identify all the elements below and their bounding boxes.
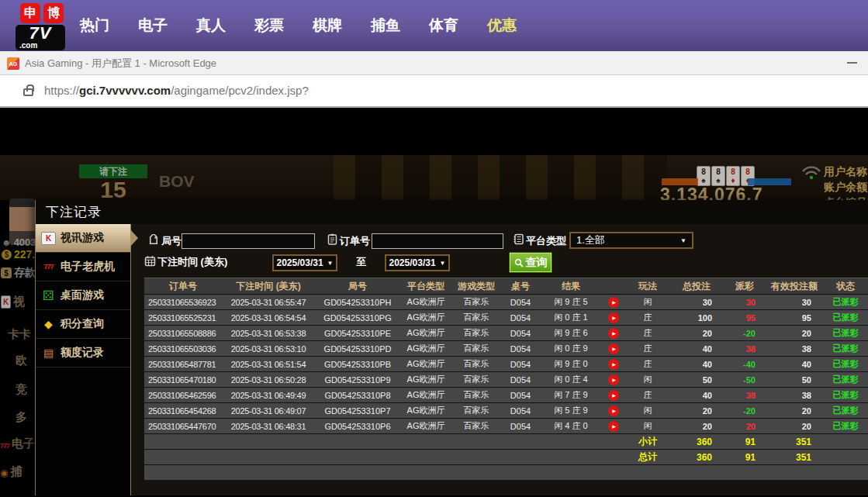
cell-order-no: 250331065447670 (144, 419, 222, 434)
screen: 申 博 7V .com 热门电子真人彩票棋牌捕鱼体育优惠 AG Asia Gam… (0, 0, 868, 497)
bet-record-row: 250331065508886 2025-03-31 06:53:38 GD05… (144, 326, 868, 341)
cell-game-type: 百家乐 (451, 357, 501, 372)
nav-item[interactable]: 捕鱼 (371, 16, 400, 36)
lock-icon[interactable] (23, 88, 33, 96)
play-video-icon[interactable] (608, 421, 619, 432)
cell-bet-time: 2025-03-31 06:53:38 (222, 326, 315, 341)
play-video-icon[interactable] (608, 406, 619, 416)
deposit-icon (1, 267, 12, 278)
play-video-icon[interactable] (608, 328, 619, 339)
nav-item[interactable]: 电子 (138, 16, 168, 36)
cell-platform: AG欧洲厅 (400, 388, 451, 403)
cell-total-bet: 20 (670, 419, 723, 434)
coin-icon (2, 250, 12, 260)
cell-status: 已派彩 (822, 388, 868, 403)
table-header-cell: 派彩 (723, 278, 766, 295)
edge-favicon-ag: AG (7, 57, 19, 70)
cell-game-type: 百家乐 (451, 295, 501, 310)
nav-item[interactable]: 真人 (196, 16, 226, 36)
order-no-input[interactable] (372, 233, 503, 249)
account-info-label: 用户名称 (824, 164, 867, 179)
bet-time-label: 下注时间 (美东) (157, 255, 227, 269)
table-body: 250331065536923 2025-03-31 06:55:47 GD05… (144, 295, 868, 434)
empty-row (144, 465, 868, 481)
url-text[interactable]: https://gci.7vvvvvv.com/agingame/pcv2/in… (44, 84, 309, 97)
modal-content: 局号 订单号 平台类型 1.全部 ▼ (131, 224, 868, 495)
play-video-icon[interactable] (608, 297, 619, 308)
date-from-select[interactable]: 2025/03/31 ▼ (272, 254, 337, 271)
play-video-icon[interactable] (608, 343, 619, 354)
sidebar-item[interactable]: 桌面游戏 (36, 281, 130, 310)
cell-payout: 20 (723, 419, 766, 434)
site-navbar: 申 博 7V .com 热门电子真人彩票棋牌捕鱼体育优惠 (0, 0, 868, 51)
play-video-icon[interactable] (608, 359, 619, 370)
minimize-button[interactable] (847, 62, 857, 64)
total-bet: 360 (670, 450, 723, 465)
table-header-cell: 有效投注额 (766, 278, 822, 295)
sidebar-item-label: 视讯游戏 (61, 231, 104, 245)
cell-valid-bet: 30 (766, 295, 822, 310)
background-menu-item: 视 (1, 295, 25, 309)
logo-suffix: .com (17, 42, 64, 49)
dice-icon (41, 288, 56, 304)
table-header-cell: 平台类型 (400, 278, 451, 295)
modal-title: 下注记录 (46, 203, 102, 221)
cell-game-type: 百家乐 (451, 403, 501, 419)
sidebar-item[interactable]: 电子老虎机 (36, 253, 130, 281)
total-valid: 351 (766, 450, 822, 465)
cell-payout: 30 (723, 295, 766, 310)
cell-bet-time: 2025-03-31 06:55:47 (222, 295, 315, 310)
background-menu-item: 存款 (1, 266, 36, 280)
site-logo[interactable]: 申 博 7V .com (14, 3, 70, 50)
sidebar-item[interactable]: 额度记录 (36, 339, 130, 368)
cell-platform: AG欧洲厅 (400, 403, 451, 419)
play-video-icon[interactable] (608, 374, 619, 385)
cards-icon (41, 232, 56, 245)
cell-valid-bet: 20 (766, 326, 822, 341)
cell-game-type: 百家乐 (451, 388, 501, 403)
cell-status: 已派彩 (822, 403, 868, 419)
cell-status: 已派彩 (822, 310, 868, 326)
bet-timer-value: 15 (79, 178, 147, 202)
modal-header: 下注记录 (36, 200, 868, 224)
sidebar-item-label: 积分查询 (61, 317, 104, 331)
cell-table-no: D054 (501, 326, 540, 341)
fish-icon (0, 465, 8, 478)
platform-type-label: 平台类型 (526, 234, 566, 248)
cell-play-type: 庄 (625, 388, 670, 403)
nav-item[interactable]: 棋牌 (313, 16, 342, 36)
sidebar-item[interactable]: 积分查询 (36, 310, 130, 339)
round-no-input[interactable] (182, 233, 315, 249)
nav-item[interactable]: 彩票 (254, 16, 284, 36)
cell-round-no: GD054253310P7 (315, 403, 400, 419)
cell-status: 已派彩 (822, 326, 868, 341)
main-menu: 热门电子真人彩票棋牌捕鱼体育优惠 (80, 0, 517, 51)
nav-item[interactable]: 优惠 (487, 16, 517, 36)
cell-payout: -50 (723, 372, 766, 388)
sidebar-item[interactable]: 视讯游戏 (36, 224, 130, 253)
cell-table-no: D054 (501, 357, 540, 372)
nav-item[interactable]: 热门 (80, 16, 109, 36)
nav-item[interactable]: 体育 (429, 16, 458, 36)
cell-result: 闲 0 庄 9 (540, 341, 602, 357)
cell-round-no: GD054253310PH (315, 295, 400, 310)
cell-status: 已派彩 (822, 419, 868, 434)
cell-payout: 38 (723, 388, 766, 403)
total-row: 总计 360 91 351 (144, 450, 868, 465)
cell-order-no: 250331065462596 (144, 388, 222, 403)
platform-type-select[interactable]: 1.全部 ▼ (569, 232, 693, 249)
total-label: 总计 (625, 450, 670, 465)
bet-records-table: 订单号下注时间 (美东)局号平台类型游戏类型桌号结果玩法总投注派彩有效投注额状态… (144, 278, 868, 481)
cell-game-type: 百家乐 (451, 341, 501, 357)
play-video-icon[interactable] (608, 390, 619, 401)
search-button[interactable]: 查询 (510, 253, 552, 272)
playing-card: 8♠ (711, 166, 725, 186)
cell-game-type: 百家乐 (451, 419, 501, 434)
round-no-label: 局号 (161, 234, 182, 248)
cards-icon (1, 295, 11, 309)
play-video-icon[interactable] (608, 312, 619, 323)
cell-play-type: 庄 (625, 326, 670, 341)
date-to-select[interactable]: 2025/03/31 ▼ (385, 254, 450, 271)
gem-icon (41, 318, 56, 330)
address-bar[interactable]: https://gci.7vvvvvv.com/agingame/pcv2/in… (0, 75, 868, 108)
